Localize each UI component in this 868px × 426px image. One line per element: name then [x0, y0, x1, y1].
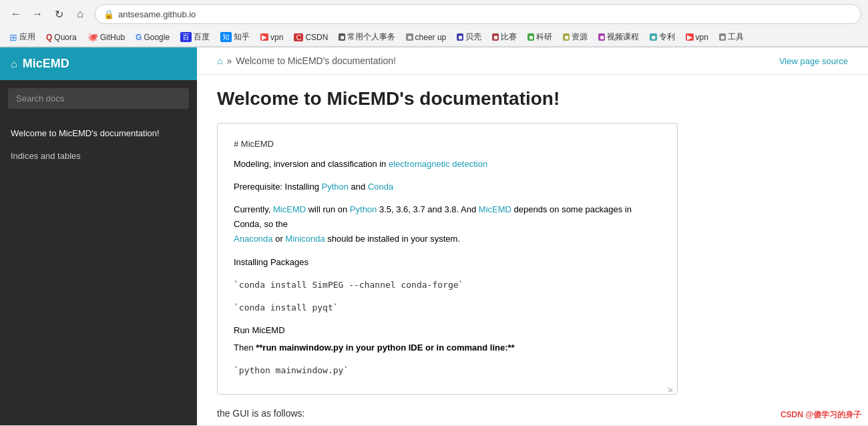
curr-miniconda[interactable]: Miniconda	[285, 234, 324, 244]
curr-prefix: Currently,	[234, 204, 273, 214]
bookmark-beike[interactable]: ■ 贝壳	[453, 30, 485, 44]
content-area: ⌂ » Welcome to MicEMD's documentation! V…	[197, 47, 868, 425]
search-input[interactable]	[8, 88, 189, 109]
bookmark-video[interactable]: ■ 视频课程	[594, 30, 643, 44]
bookmark-label: 常用个人事务	[347, 31, 395, 43]
readme-run: Run MicEMD	[234, 323, 661, 338]
curr-anaconda[interactable]: Anaconda	[234, 234, 273, 244]
bookmark-patent[interactable]: ■ 专利	[646, 30, 678, 44]
bookmark-github[interactable]: 🐙 GitHub	[83, 31, 129, 43]
browser-chrome: ← → ↻ ⌂ 🔒 antsesame.github.io ⊞ 应用 Q Quo…	[0, 0, 868, 47]
gui-follows-text: the GUI is as follows:	[217, 408, 848, 419]
readme-box: # MicEMD Modeling, inversion and classif…	[217, 123, 678, 395]
main-layout: ⌂ MicEMD Welcome to MicEMD's documentati…	[0, 47, 868, 425]
bookmark-label: 应用	[19, 31, 35, 43]
nav-buttons: ← → ↻ ⌂	[7, 5, 89, 23]
view-source-link[interactable]: View page source	[779, 56, 848, 66]
readme-code2: `conda install pyqt`	[234, 300, 661, 315]
prereq-prefix: Prerequisite: Installing	[234, 182, 322, 192]
bookmark-label: 资源	[572, 31, 588, 43]
bookmark-label: cheer up	[415, 33, 447, 42]
curr-micemd1[interactable]: MicEMD	[273, 204, 306, 214]
refresh-button[interactable]: ↻	[49, 5, 68, 23]
sidebar-logo-text: MicEMD	[23, 57, 69, 71]
prereq-and: and	[349, 182, 368, 192]
code-simpeg: `conda install SimPEG --channel conda-fo…	[234, 280, 463, 290]
bookmark-personal[interactable]: ■ 常用个人事务	[335, 30, 399, 44]
sidebar-item-indices[interactable]: Indices and tables	[0, 145, 197, 168]
bookmark-label: 知乎	[234, 31, 250, 43]
sidebar-item-welcome[interactable]: Welcome to MicEMD's documentation!	[0, 122, 197, 145]
readme-then: Then **run mainwindow.py in your python …	[234, 341, 661, 355]
bookmark-label: 视频课程	[607, 31, 639, 43]
curr-mid2: 3.5, 3.6, 3.7 and 3.8. And	[377, 204, 479, 214]
bookmark-baidu[interactable]: 百 百度	[176, 30, 214, 44]
bookmark-label: CSDN	[305, 33, 328, 42]
breadcrumb-separator: »	[226, 55, 232, 66]
url-text: antsesame.github.io	[118, 9, 196, 19]
sidebar-nav: Welcome to MicEMD's documentation! Indic…	[0, 117, 197, 173]
bookmark-label: 比赛	[501, 31, 517, 43]
code-python: `python mainwindow.py`	[234, 365, 349, 375]
bookmark-label: 科研	[536, 31, 552, 43]
readme-code1: `conda install SimPEG --channel conda-fo…	[234, 278, 661, 292]
sidebar: ⌂ MicEMD Welcome to MicEMD's documentati…	[0, 47, 197, 425]
resize-handle[interactable]: ⇲	[667, 384, 675, 392]
bookmark-csdn[interactable]: C CSDN	[290, 31, 332, 43]
readme-desc-link[interactable]: electromagnetic detection	[389, 159, 487, 169]
bookmark-label: 贝壳	[465, 31, 481, 43]
prereq-conda-link[interactable]: Conda	[368, 182, 393, 192]
code-pyqt: `conda install pyqt`	[234, 302, 339, 312]
bookmark-google[interactable]: G Google	[132, 31, 174, 43]
breadcrumb-bar: ⌂ » Welcome to MicEMD's documentation! V…	[197, 47, 868, 75]
bookmark-apps[interactable]: ⊞ 应用	[5, 30, 39, 44]
readme-currently: Currently, MicEMD will run on Python 3.5…	[234, 202, 661, 246]
readme-description: Modeling, inversion and classification i…	[234, 157, 661, 172]
breadcrumb: ⌂ » Welcome to MicEMD's documentation!	[217, 55, 396, 66]
bookmark-label: Quora	[54, 33, 76, 42]
curr-mid1: will run on	[306, 204, 350, 214]
then-bold: **run mainwindow.py in your python IDE o…	[256, 343, 514, 353]
curr-or: or	[273, 234, 286, 244]
readme-installing: Installing Packages	[234, 255, 661, 270]
bookmark-label: vpn	[696, 33, 708, 42]
browser-toolbar: ← → ↻ ⌂ 🔒 antsesame.github.io	[0, 0, 868, 28]
curr-micemd2[interactable]: MicEMD	[479, 204, 511, 214]
csdn-watermark: CSDN @傻学习的身子	[781, 409, 861, 421]
bookmark-zhihu[interactable]: 知 知乎	[216, 30, 254, 44]
curr-end: should be installed in your system.	[325, 234, 460, 244]
address-bar[interactable]: 🔒 antsesame.github.io	[95, 4, 861, 24]
readme-code3: `python mainwindow.py`	[234, 363, 661, 378]
bookmark-ziyuan[interactable]: ■ 资源	[559, 30, 592, 44]
bookmark-vpn2[interactable]: ▶ vpn	[682, 31, 712, 43]
forward-button[interactable]: →	[28, 5, 47, 23]
bookmark-bisai[interactable]: ■ 比赛	[488, 30, 521, 44]
lock-icon: 🔒	[103, 9, 114, 19]
bookmark-keyan[interactable]: ■ 科研	[523, 30, 556, 44]
home-icon: ⌂	[11, 58, 17, 70]
bookmark-vpn1[interactable]: ▶ vpn	[256, 31, 287, 43]
page-title: Welcome to MicEMD's documentation!	[217, 88, 848, 110]
readme-desc-prefix: Modeling, inversion and classification i…	[234, 159, 389, 169]
bookmark-label: GitHub	[100, 33, 125, 42]
breadcrumb-home-link[interactable]: ⌂	[217, 55, 222, 66]
back-button[interactable]: ←	[7, 5, 25, 23]
bookmark-quora[interactable]: Q Quora	[42, 31, 81, 43]
bookmark-label: vpn	[270, 33, 283, 42]
bookmark-tools[interactable]: ■ 工具	[715, 30, 748, 44]
home-button[interactable]: ⌂	[71, 5, 89, 23]
bookmarks-bar: ⊞ 应用 Q Quora 🐙 GitHub G Google 百 百度 知 知乎…	[0, 28, 868, 47]
sidebar-logo: ⌂ MicEMD	[0, 47, 197, 80]
curr-python[interactable]: Python	[350, 204, 377, 214]
readme-prerequisite: Prerequisite: Installing Python and Cond…	[234, 180, 661, 194]
bookmark-label: 工具	[728, 31, 744, 43]
then-prefix: Then	[234, 343, 256, 353]
bookmark-cheer[interactable]: ■ cheer up	[402, 31, 450, 43]
prereq-python-link[interactable]: Python	[322, 182, 349, 192]
breadcrumb-current: Welcome to MicEMD's documentation!	[236, 55, 396, 66]
content-body: Welcome to MicEMD's documentation! # Mic…	[197, 75, 868, 425]
readme-heading: # MicEMD	[234, 137, 661, 152]
bookmark-label: Google	[144, 33, 170, 42]
bookmark-label: 百度	[194, 31, 210, 43]
bookmark-label: 专利	[659, 31, 675, 43]
